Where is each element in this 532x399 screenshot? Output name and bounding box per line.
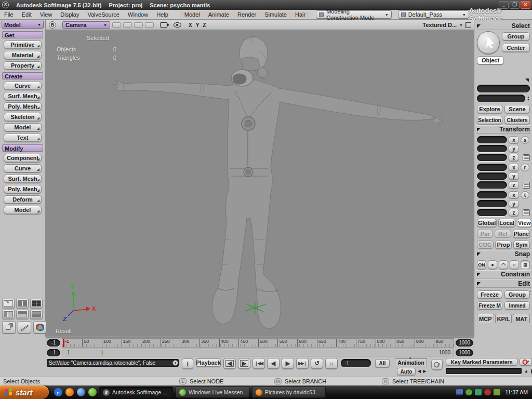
- camera-icon[interactable]: [160, 22, 167, 28]
- viewport-memo-tab-2[interactable]: [123, 22, 132, 28]
- all-frames-button[interactable]: All: [375, 359, 390, 367]
- viewport-axis-z[interactable]: Z: [203, 22, 206, 28]
- explore-button[interactable]: Explore: [477, 105, 502, 113]
- axis-z-button-r[interactable]: z: [509, 181, 519, 189]
- audio-mute-button[interactable]: ∩: [325, 358, 338, 369]
- axis-y-button-s[interactable]: y: [509, 145, 519, 152]
- create-text-button[interactable]: Text: [4, 134, 42, 142]
- display-volume-icon[interactable]: [456, 389, 463, 395]
- menu-window[interactable]: Window: [124, 11, 152, 18]
- viewport-memo-tab-4[interactable]: [145, 22, 154, 28]
- transform-s-x-field[interactable]: [477, 136, 507, 143]
- cog-button[interactable]: COG: [477, 241, 494, 249]
- modify-component-button[interactable]: Component: [4, 154, 42, 162]
- snap-point-icon[interactable]: ●: [488, 260, 497, 269]
- layout-side-pane-button[interactable]: [2, 310, 15, 319]
- axis-y-button-t[interactable]: y: [509, 200, 519, 207]
- view-button[interactable]: View: [517, 219, 532, 227]
- globe-icon[interactable]: [77, 388, 85, 396]
- create-poly-mesh-button[interactable]: Poly. Mesh: [4, 102, 42, 111]
- transform-mode-r-button[interactable]: r: [521, 164, 529, 171]
- visibility-eye-icon[interactable]: [174, 22, 181, 28]
- timeline-end-field[interactable]: 1000: [456, 339, 473, 347]
- range-end-field[interactable]: 1000: [456, 349, 473, 356]
- play-backward-button[interactable]: ◀: [267, 358, 280, 369]
- play-forward-button[interactable]: ▶: [282, 358, 294, 369]
- transform-mode-t-button[interactable]: t: [521, 191, 529, 199]
- tray-security-icon[interactable]: [484, 389, 491, 395]
- key-tool-button[interactable]: [431, 359, 443, 370]
- firefox-icon[interactable]: [65, 388, 74, 396]
- transform-s-y-field[interactable]: [477, 145, 507, 152]
- layout-corner-button[interactable]: [30, 310, 43, 319]
- axis-z-button-t[interactable]: z: [509, 209, 519, 216]
- transform-t-z-field[interactable]: [477, 209, 507, 216]
- task-windows-live-messen[interactable]: Windows Live Messen...: [176, 387, 249, 398]
- snap-object-icon[interactable]: ○: [510, 260, 519, 269]
- construction-mode-dropdown[interactable]: Modeling Construction Mode: [316, 10, 391, 19]
- tray-app-icon[interactable]: [475, 389, 482, 395]
- tab-mat[interactable]: MAT: [513, 314, 530, 323]
- selection-field-2[interactable]: [477, 95, 525, 102]
- select-tool-button[interactable]: [477, 31, 500, 54]
- snap-curve-icon[interactable]: ◠: [499, 260, 508, 269]
- internet-explorer-icon[interactable]: e: [54, 388, 62, 396]
- animation-menu-button[interactable]: Animation: [395, 358, 427, 366]
- layers-button[interactable]: [2, 321, 16, 334]
- transform-t-x-field[interactable]: [477, 191, 507, 198]
- create-surf-mesh-button[interactable]: Surf. Mesh: [4, 92, 42, 100]
- tab-mcp[interactable]: MCP: [477, 314, 494, 323]
- marked-parameter-field[interactable]: [446, 368, 522, 374]
- tab-kp-l[interactable]: KP/L: [495, 314, 512, 323]
- viewport-resize-icon[interactable]: [466, 22, 471, 28]
- auto-key-arrows[interactable]: ◀▶: [418, 369, 428, 374]
- camera-view-dropdown[interactable]: Camera: [62, 21, 110, 29]
- messenger-buddy-icon[interactable]: [88, 388, 97, 396]
- prop-button[interactable]: Prop: [495, 241, 512, 249]
- freeze-m-button[interactable]: Freeze M: [477, 301, 502, 310]
- plane-button[interactable]: Plane: [513, 230, 530, 238]
- key-marked-parameters-button[interactable]: Key Marked Parameters: [446, 358, 517, 366]
- range-slider-track[interactable]: -1 ❘ 1000: [62, 349, 454, 356]
- palette-button[interactable]: [33, 321, 47, 334]
- pass-dropdown[interactable]: Default_Pass: [398, 10, 469, 19]
- create-model-button[interactable]: Model: [4, 123, 42, 131]
- group-edit-button[interactable]: Group: [504, 290, 530, 299]
- menu-view[interactable]: View: [36, 11, 57, 18]
- pencil-button[interactable]: [18, 321, 31, 334]
- viewport-memo-tab-1[interactable]: [112, 22, 121, 28]
- script-editor-button[interactable]: ≀: [182, 358, 193, 369]
- ref-button[interactable]: Ref: [495, 230, 511, 238]
- snap-on-button[interactable]: ON: [477, 260, 486, 269]
- prev-frame-button[interactable]: ◀: [223, 358, 236, 369]
- playback-menu-button[interactable]: Playback: [196, 358, 221, 367]
- next-frame-button[interactable]: ▶: [238, 358, 250, 369]
- create-curve-button[interactable]: Curve: [4, 82, 42, 90]
- sym-button[interactable]: Sym: [513, 241, 530, 249]
- menu-help[interactable]: Help: [152, 11, 172, 18]
- create-skeleton-button[interactable]: Skeleton: [4, 113, 42, 121]
- last-frame-button[interactable]: ▶▶❘: [296, 358, 309, 369]
- transform-r-z-field[interactable]: [477, 181, 507, 189]
- menu-model[interactable]: Model: [180, 11, 204, 18]
- modify-model-button[interactable]: Model: [4, 206, 42, 214]
- layout-split-button[interactable]: [16, 310, 29, 319]
- menu-edit[interactable]: Edit: [18, 11, 36, 18]
- menu-valvesource[interactable]: ValveSource: [83, 11, 124, 18]
- range-start-field[interactable]: -1: [47, 349, 60, 356]
- display-mode-dropdown[interactable]: Textured D...: [422, 22, 457, 28]
- menu-render[interactable]: Render: [233, 11, 260, 18]
- menu-hair[interactable]: Hair: [291, 11, 310, 18]
- menu-simulate[interactable]: Simulate: [260, 11, 291, 18]
- command-input[interactable]: SetValue "Camera.camdisp.rotoenable", Fa…: [47, 359, 179, 367]
- menu-display[interactable]: Display: [56, 11, 83, 18]
- start-button[interactable]: start: [0, 385, 49, 399]
- local-button[interactable]: Local: [498, 219, 515, 227]
- immed-button[interactable]: Immed: [504, 301, 530, 310]
- auto-key-button[interactable]: Auto: [397, 368, 416, 375]
- get-material-button[interactable]: Material: [4, 51, 42, 59]
- scene-button[interactable]: Scene: [504, 105, 530, 113]
- task-pictures-by-davidc53[interactable]: Pictures by davidc53...: [252, 387, 326, 398]
- menu-file[interactable]: File: [0, 11, 18, 18]
- par-button[interactable]: Par: [477, 230, 493, 238]
